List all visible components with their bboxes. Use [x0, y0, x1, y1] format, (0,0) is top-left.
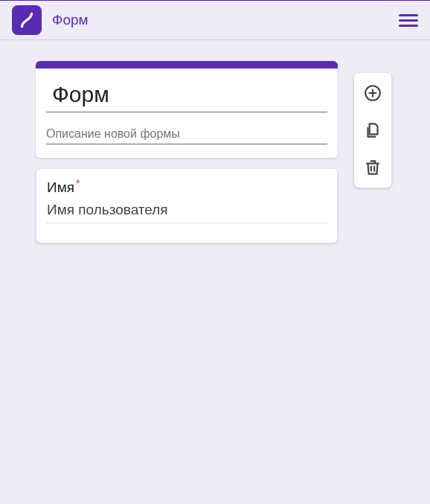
brand: Форм — [12, 5, 89, 35]
question-label: Имя * — [47, 179, 80, 196]
app-title: Форм — [52, 12, 89, 28]
question-answer-placeholder[interactable]: Имя пользователя — [47, 202, 327, 223]
form-description-input[interactable] — [46, 112, 327, 144]
duplicate-button[interactable] — [360, 118, 385, 143]
add-question-button[interactable] — [360, 80, 385, 106]
add-icon — [363, 83, 382, 103]
app-header: Форм — [0, 0, 430, 40]
question-card[interactable]: Имя * Имя пользователя — [36, 168, 338, 243]
trash-icon — [363, 158, 382, 177]
hamburger-menu-icon[interactable] — [399, 11, 418, 30]
delete-button[interactable] — [360, 155, 385, 180]
form-header-card[interactable] — [36, 61, 338, 158]
form-column: Имя * Имя пользователя — [36, 61, 338, 243]
app-logo[interactable] — [12, 5, 42, 35]
content-area: Имя * Имя пользователя — [0, 40, 430, 243]
tool-panel — [354, 73, 391, 188]
question-label-text: Имя — [47, 179, 74, 196]
logo-icon — [17, 10, 36, 30]
required-star-icon: * — [76, 178, 80, 188]
form-title-input[interactable] — [46, 76, 327, 112]
duplicate-icon — [363, 121, 382, 140]
